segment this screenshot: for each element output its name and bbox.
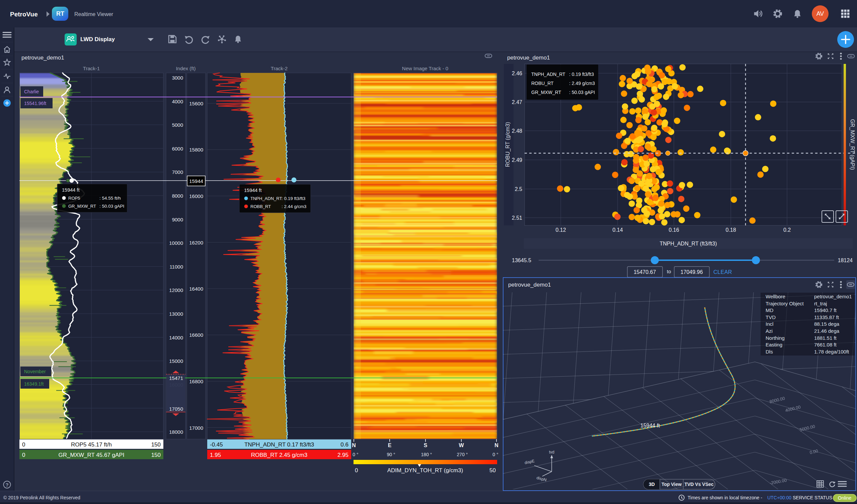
svg-text:15800: 15800 bbox=[189, 147, 203, 153]
svg-text:2.46: 2.46 bbox=[512, 71, 522, 76]
svg-text:11335.87 ft: 11335.87 ft bbox=[814, 314, 839, 320]
svg-text:13000: 13000 bbox=[169, 311, 183, 317]
svg-text:Online: Online bbox=[838, 495, 852, 501]
svg-text:0: 0 bbox=[355, 467, 358, 473]
svg-text:15944 ft: 15944 ft bbox=[244, 188, 262, 193]
svg-text:: 2.44 g/cm3: : 2.44 g/cm3 bbox=[282, 204, 306, 209]
svg-text:: 0.19 ft3/ft3: : 0.19 ft3/ft3 bbox=[569, 72, 594, 77]
svg-text:7000: 7000 bbox=[172, 169, 183, 175]
svg-text:GR_MXW_RT: GR_MXW_RT bbox=[531, 90, 561, 95]
svg-text:N: N bbox=[494, 442, 499, 448]
svg-text:18124: 18124 bbox=[838, 258, 853, 263]
svg-text:11000: 11000 bbox=[169, 264, 183, 270]
svg-text:Azi: Azi bbox=[766, 328, 773, 334]
svg-text:9000: 9000 bbox=[172, 217, 183, 222]
svg-text:TVD Vs VSec: TVD Vs VSec bbox=[684, 482, 713, 487]
svg-text:10000: 10000 bbox=[169, 240, 183, 246]
svg-text:15944 ft: 15944 ft bbox=[62, 187, 79, 193]
svg-text:Index (ft): Index (ft) bbox=[176, 66, 196, 71]
svg-text:ROBU_RT (g/cm3): ROBU_RT (g/cm3) bbox=[505, 122, 511, 167]
svg-text:: 2.49 g/cm3: : 2.49 g/cm3 bbox=[569, 81, 595, 86]
svg-text:to: to bbox=[667, 268, 671, 274]
svg-text:2.95: 2.95 bbox=[337, 452, 349, 458]
svg-text:0: 0 bbox=[22, 452, 25, 458]
svg-text:petrovue_demo1: petrovue_demo1 bbox=[814, 294, 852, 299]
svg-text:Track-2: Track-2 bbox=[271, 66, 288, 71]
svg-text:0 °: 0 ° bbox=[492, 452, 498, 457]
svg-text:16600: 16600 bbox=[189, 332, 203, 338]
svg-text:16349.1ft: 16349.1ft bbox=[24, 381, 44, 387]
svg-text:TNPH_ADN_RT: TNPH_ADN_RT bbox=[250, 196, 282, 201]
svg-text:15541.96ft: 15541.96ft bbox=[24, 101, 46, 106]
svg-text:: 54.55 ft/h: : 54.55 ft/h bbox=[99, 196, 121, 201]
svg-text:14000: 14000 bbox=[169, 335, 183, 341]
svg-text:150: 150 bbox=[151, 452, 161, 458]
svg-text:petrovue_demo1: petrovue_demo1 bbox=[21, 54, 64, 61]
svg-text:16800: 16800 bbox=[189, 379, 203, 384]
svg-text:: 0.19 ft3/ft3: : 0.19 ft3/ft3 bbox=[282, 196, 305, 201]
svg-text:ROBB_RT 2.45 g/cm3: ROBB_RT 2.45 g/cm3 bbox=[251, 452, 308, 458]
svg-text:16400: 16400 bbox=[189, 286, 203, 292]
svg-text:15471: 15471 bbox=[169, 375, 183, 381]
svg-text:180 °: 180 ° bbox=[421, 452, 432, 457]
svg-text:16200: 16200 bbox=[189, 240, 203, 245]
svg-text:W: W bbox=[459, 442, 464, 448]
svg-text:ROBU_RT: ROBU_RT bbox=[531, 81, 554, 86]
svg-text:0.6: 0.6 bbox=[340, 441, 349, 448]
svg-text:ROP5 45.17 ft/h: ROP5 45.17 ft/h bbox=[71, 441, 112, 448]
svg-text:SERVICE STATUS: SERVICE STATUS bbox=[793, 495, 832, 500]
svg-text:Charlie: Charlie bbox=[24, 89, 39, 94]
svg-text:7661.08 ft: 7661.08 ft bbox=[814, 342, 837, 347]
svg-text:4000: 4000 bbox=[172, 99, 183, 104]
svg-text:50: 50 bbox=[489, 467, 496, 473]
svg-text:TNPH_ADN_RT: TNPH_ADN_RT bbox=[531, 72, 566, 77]
svg-text:150: 150 bbox=[151, 441, 161, 448]
svg-text:Easting: Easting bbox=[766, 342, 782, 347]
svg-text:© 2019 Petrolink All Rights Re: © 2019 Petrolink All Rights Reserved bbox=[3, 495, 80, 500]
svg-text:2.5: 2.5 bbox=[515, 186, 522, 192]
svg-text:5000: 5000 bbox=[172, 122, 183, 128]
svg-text:Incl: Incl bbox=[766, 321, 773, 327]
svg-text:0.14: 0.14 bbox=[612, 227, 623, 233]
svg-text:2.47: 2.47 bbox=[512, 99, 522, 105]
svg-text:15600: 15600 bbox=[189, 101, 203, 106]
svg-text:Wellbore: Wellbore bbox=[766, 294, 785, 299]
svg-text:Top View: Top View bbox=[661, 482, 682, 487]
svg-text:0.12: 0.12 bbox=[555, 227, 566, 233]
svg-text:90 °: 90 ° bbox=[387, 452, 395, 457]
svg-text:15470.67: 15470.67 bbox=[634, 269, 656, 275]
svg-text:Dls: Dls bbox=[766, 349, 773, 354]
svg-text:270 °: 270 ° bbox=[457, 452, 468, 457]
svg-text:PetroVue: PetroVue bbox=[10, 11, 38, 18]
svg-text:1881.51 ft: 1881.51 ft bbox=[814, 335, 837, 341]
svg-text:: 50.03 gAPI: : 50.03 gAPI bbox=[99, 204, 124, 209]
svg-text:petrovue_demo1: petrovue_demo1 bbox=[508, 282, 551, 288]
svg-text:0.16: 0.16 bbox=[669, 227, 679, 233]
svg-text:88.15 dega: 88.15 dega bbox=[814, 321, 840, 327]
svg-text:17050: 17050 bbox=[169, 406, 183, 412]
svg-text:3000: 3000 bbox=[172, 75, 183, 81]
svg-text:TNPH_ADN_RT (ft3/ft3): TNPH_ADN_RT (ft3/ft3) bbox=[659, 241, 717, 247]
svg-text:1.95: 1.95 bbox=[210, 452, 221, 458]
svg-text:S: S bbox=[424, 442, 427, 448]
svg-text:0 °: 0 ° bbox=[353, 452, 358, 457]
svg-text:E: E bbox=[388, 442, 392, 448]
svg-text:12000: 12000 bbox=[169, 287, 183, 293]
svg-text:18000: 18000 bbox=[169, 429, 183, 435]
svg-text:Times are shown in local timez: Times are shown in local timezone - bbox=[688, 495, 762, 500]
svg-text:tvd: tvd bbox=[549, 450, 554, 454]
svg-text:6000: 6000 bbox=[172, 146, 183, 152]
svg-text:3D: 3D bbox=[649, 482, 655, 487]
svg-text:ROP5: ROP5 bbox=[68, 196, 80, 201]
svg-text:2.49: 2.49 bbox=[512, 157, 522, 163]
svg-text:GR_MXW_RT (gAPI): GR_MXW_RT (gAPI) bbox=[849, 119, 855, 170]
svg-text:17000: 17000 bbox=[189, 425, 203, 431]
svg-text:Track-1: Track-1 bbox=[83, 66, 100, 71]
svg-text:UTC+00:00: UTC+00:00 bbox=[767, 495, 791, 500]
svg-text:17049.96: 17049.96 bbox=[680, 269, 703, 275]
svg-text:N: N bbox=[352, 442, 356, 448]
svg-text:?: ? bbox=[5, 482, 9, 488]
svg-text:0.2: 0.2 bbox=[783, 227, 791, 233]
svg-text:TNPH_ADN_RT 0.17 ft3/ft3: TNPH_ADN_RT 0.17 ft3/ft3 bbox=[245, 441, 314, 448]
svg-text:8000: 8000 bbox=[172, 193, 183, 199]
